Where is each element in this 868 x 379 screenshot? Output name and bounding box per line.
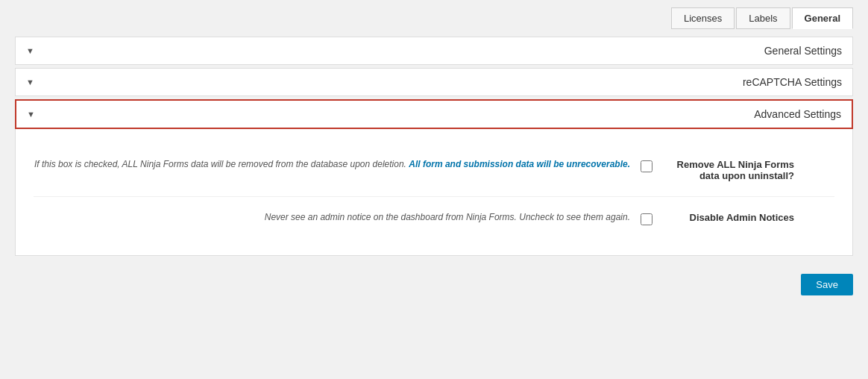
section-title-general: General Settings	[764, 45, 842, 57]
link-unrecoverable[interactable]: All form and submission data will be unr…	[409, 159, 630, 169]
tab-bar: Licenses Labels General	[0, 0, 868, 29]
setting-label-remove: Remove ALL Ninja Forms	[675, 159, 794, 170]
setting-label-group-remove: Remove ALL Ninja Forms data upon uninsta…	[675, 159, 794, 181]
tab-licenses[interactable]: Licenses	[671, 7, 735, 29]
section-title-recaptcha: reCAPTCHA Settings	[743, 76, 842, 88]
setting-desc-remove: If this box is checked, ALL Ninja Forms …	[34, 159, 630, 169]
chevron-down-icon: ▼	[26, 46, 34, 55]
accordion-advanced-settings: ▼ Advanced Settings Remove ALL Ninja For…	[15, 99, 853, 256]
accordion-header-general[interactable]: ▼ General Settings	[15, 37, 853, 65]
tab-labels[interactable]: Labels	[736, 7, 790, 29]
setting-row-remove-data: Remove ALL Ninja Forms data upon uninsta…	[34, 144, 834, 197]
setting-row-disable-notices: Disable Admin Notices Never see an admin…	[34, 197, 834, 240]
advanced-settings-body: Remove ALL Ninja Forms data upon uninsta…	[15, 129, 853, 256]
accordion-recaptcha-settings: ▼ reCAPTCHA Settings	[15, 68, 853, 96]
checkbox-disable-notices[interactable]	[641, 213, 652, 225]
chevron-down-icon-advanced: ▼	[27, 110, 35, 119]
accordion-header-recaptcha[interactable]: ▼ reCAPTCHA Settings	[15, 68, 853, 96]
setting-desc-notices: Never see an admin notice on the dashboa…	[34, 212, 630, 222]
tab-general[interactable]: General	[792, 7, 853, 29]
setting-label-remove2: data upon uninstall?	[675, 170, 794, 181]
checkbox-remove-data[interactable]	[641, 160, 652, 172]
main-content: ▼ General Settings ▼ reCAPTCHA Settings …	[15, 37, 853, 256]
accordion-general-settings: ▼ General Settings	[15, 37, 853, 65]
footer-bar: Save	[0, 263, 868, 306]
setting-label-notices: Disable Admin Notices	[675, 212, 794, 223]
setting-label-group-notices: Disable Admin Notices	[675, 212, 794, 223]
section-title-advanced: Advanced Settings	[754, 108, 841, 120]
chevron-down-icon-recaptcha: ▼	[26, 78, 34, 87]
accordion-header-advanced[interactable]: ▼ Advanced Settings	[15, 99, 853, 129]
save-button[interactable]: Save	[801, 274, 853, 295]
